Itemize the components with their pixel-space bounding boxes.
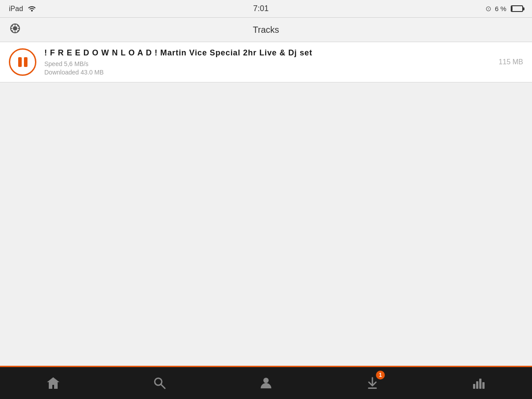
pause-icon: [18, 57, 27, 67]
downloads-badge: 1: [376, 371, 385, 379]
tab-home[interactable]: [40, 370, 66, 396]
svg-rect-5: [18, 28, 20, 29]
status-left: iPad: [9, 4, 36, 13]
home-icon: [46, 376, 60, 390]
settings-button[interactable]: [9, 22, 21, 37]
svg-rect-13: [368, 387, 377, 389]
wifi-icon: [27, 4, 36, 13]
track-item: ! F R E E D O W N L O A D ! Martin Vice …: [0, 42, 532, 82]
track-title: ! F R E E D O W N L O A D ! Martin Vice …: [44, 48, 491, 58]
tab-charts[interactable]: [466, 370, 492, 396]
svg-rect-17: [482, 382, 485, 389]
status-bar: iPad 7:01 ⊙ 6 %: [0, 0, 532, 18]
svg-rect-16: [479, 379, 481, 389]
profile-icon: [259, 376, 273, 390]
device-label: iPad: [9, 5, 23, 13]
svg-rect-14: [473, 384, 475, 389]
svg-rect-3: [15, 31, 16, 33]
svg-point-1: [13, 27, 17, 30]
battery-icon: [511, 5, 523, 12]
track-info: ! F R E E D O W N L O A D ! Martin Vice …: [44, 48, 491, 76]
tab-profile[interactable]: [253, 370, 279, 396]
status-time: 7:01: [253, 4, 269, 13]
svg-rect-4: [11, 28, 12, 29]
tab-downloads[interactable]: 1: [359, 370, 386, 396]
svg-point-12: [263, 378, 269, 383]
track-list: ! F R E E D O W N L O A D ! Martin Vice …: [0, 42, 532, 366]
svg-rect-2: [15, 24, 16, 26]
svg-rect-15: [476, 381, 478, 389]
track-downloaded: Downloaded 43.0 MB: [44, 69, 491, 76]
battery-percent: 6 %: [495, 5, 506, 12]
tab-bar: 1: [0, 366, 532, 399]
page-title: Tracks: [253, 25, 279, 35]
track-size: 115 MB: [499, 58, 523, 66]
nav-bar: Tracks: [0, 18, 532, 42]
search-icon: [153, 376, 167, 390]
status-right: ⊙ 6 %: [485, 4, 523, 13]
pause-button[interactable]: [9, 48, 36, 76]
svg-line-11: [161, 384, 165, 388]
track-speed: Speed 5,6 MB/s: [44, 60, 491, 67]
rotation-lock-icon: ⊙: [485, 4, 491, 13]
charts-icon: [472, 376, 486, 390]
tab-search[interactable]: [146, 370, 173, 396]
